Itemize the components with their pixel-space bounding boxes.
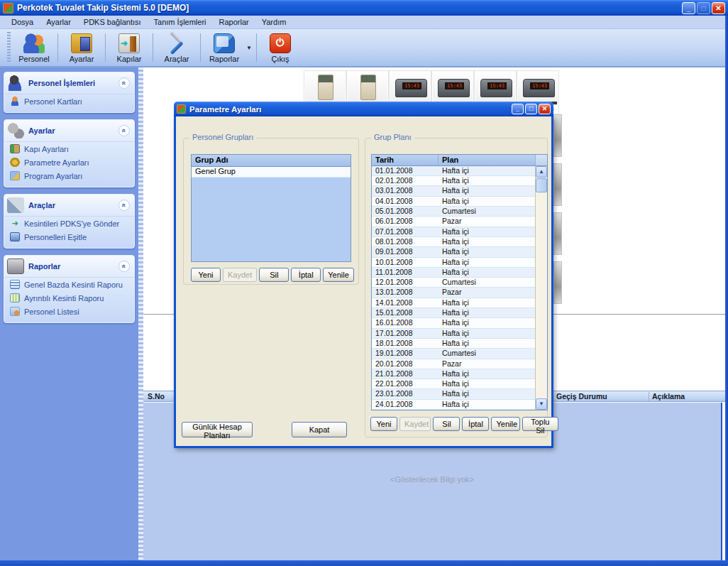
vertical-scrollbar[interactable]: ▲ ▼: [535, 166, 547, 410]
toolbar-raporlar-button[interactable]: Raporlar: [204, 29, 245, 66]
sidebar-item-program-ayarlari[interactable]: Program Ayarları: [4, 169, 134, 183]
plan-yenile-button[interactable]: Yenile: [491, 417, 519, 431]
led-clock: 15:43: [402, 82, 421, 89]
gruplar-sil-button[interactable]: Sil: [259, 268, 289, 282]
toolbar-personel-button[interactable]: Personel: [13, 29, 55, 66]
plan-yeni-button[interactable]: Yeni: [370, 417, 397, 431]
plan-row[interactable]: 04.01.2008Hafta içi: [372, 197, 535, 207]
toolbar-araclar-button[interactable]: Araçlar: [156, 29, 197, 66]
plan-toplu-sil-button[interactable]: Toplu Sil: [522, 417, 558, 431]
grup-row-genel-grup[interactable]: Genel Grup: [192, 167, 351, 178]
chevron-up-icon[interactable]: «: [118, 77, 130, 89]
dialog-minimize-button[interactable]: _: [512, 104, 524, 114]
section-header-ayarlar[interactable]: Ayarlar «: [4, 120, 134, 142]
sidebar-item-personel-kartlari[interactable]: Personel Kartları: [4, 94, 134, 108]
plan-row[interactable]: 14.01.2008Hafta içi: [372, 298, 535, 308]
scroll-down-icon[interactable]: ▼: [536, 398, 547, 410]
sidebar-item-parametre-ayarlari[interactable]: Parametre Ayarları: [4, 156, 134, 169]
sidebar: Personel İşlemleri « Personel Kartları A…: [0, 67, 138, 560]
plan-row[interactable]: 01.01.2008Hafta içi: [372, 166, 535, 176]
gruplar-yenile-button[interactable]: Yenile: [323, 268, 354, 282]
menu-tanim-islemleri[interactable]: Tanım İşlemleri: [148, 16, 212, 28]
tools-header-icon: [7, 197, 24, 213]
scroll-up-icon[interactable]: ▲: [536, 166, 547, 178]
scrollbar-thumb[interactable]: [536, 178, 547, 192]
plan-row[interactable]: 09.01.2008Hafta içi: [372, 247, 535, 257]
person-header-icon: [7, 75, 24, 91]
sidebar-item-kapi-ayarlari[interactable]: Kapı Ayarları: [4, 142, 134, 156]
plan-row[interactable]: 24.01.2008Hafta içi: [372, 400, 535, 410]
plan-row[interactable]: 08.01.2008Hafta içi: [372, 237, 535, 247]
sync-monitor-icon: [10, 232, 20, 241]
toolbar-cikis-button[interactable]: Çıkış: [260, 29, 301, 66]
toolbar-ayarlar-button[interactable]: Ayarlar: [61, 29, 102, 66]
plan-row[interactable]: 20.01.2008Pazar: [372, 359, 535, 369]
sidebar-section-araclar: Araçlar « Kesintileri PDKS'ye Gönder Per…: [4, 194, 135, 249]
dialog-titlebar[interactable]: Parametre Ayarları _ □ ✕: [174, 102, 553, 116]
sidebar-splitter[interactable]: [138, 67, 143, 560]
plan-row[interactable]: 16.01.2008Hafta içi: [372, 318, 535, 328]
sidebar-item-personel-listesi[interactable]: Personel Listesi: [4, 305, 134, 318]
menu-yardim[interactable]: Yardım: [256, 16, 292, 28]
section-header-araclar[interactable]: Araçlar «: [4, 195, 134, 217]
plan-row[interactable]: 10.01.2008Hafta içi: [372, 258, 535, 268]
plan-row[interactable]: 15.01.2008Hafta içi: [372, 308, 535, 318]
toolbar-kapilar-button[interactable]: Kapılar: [109, 29, 150, 66]
plan-row[interactable]: 21.01.2008Hafta içi: [372, 369, 535, 379]
chevron-up-icon[interactable]: «: [118, 261, 130, 272]
grup-plani-groupbox: Grup Planı Tarih Plan 01.01.2008Hafta iç…: [365, 138, 548, 437]
plan-iptal-button[interactable]: İptal: [462, 417, 489, 431]
plan-kaydet-button[interactable]: Kaydet: [399, 417, 431, 431]
app-icon: [3, 3, 13, 13]
maximize-button[interactable]: □: [697, 2, 710, 14]
gruplar-kaydet-button[interactable]: Kaydet: [223, 268, 257, 282]
sidebar-item-ayrintili-kesinti-raporu[interactable]: Ayrıntılı Kesinti Raporu: [4, 291, 134, 305]
sidebar-item-kesintileri-pdksye-gonder[interactable]: Kesintileri PDKS'ye Gönder: [4, 217, 134, 230]
program-settings-icon: [10, 171, 20, 180]
plan-row[interactable]: 13.01.2008Pazar: [372, 288, 535, 298]
minimize-button[interactable]: _: [682, 2, 695, 14]
chevron-up-icon[interactable]: «: [118, 200, 130, 211]
sidebar-item-personelleri-esitle[interactable]: Personelleri Eşitle: [4, 230, 134, 244]
plan-row[interactable]: 11.01.2008Hafta içi: [372, 268, 535, 278]
table-report-icon: [10, 293, 20, 303]
door-settings-icon: [10, 144, 20, 153]
plan-row[interactable]: 07.01.2008Hafta içi: [372, 227, 535, 237]
plan-row[interactable]: 03.01.2008Hafta içi: [372, 186, 535, 196]
kapat-button[interactable]: Kapat: [292, 422, 347, 437]
section-header-personel-islemleri[interactable]: Personel İşlemleri «: [4, 72, 134, 94]
plan-row[interactable]: 18.01.2008Hafta içi: [372, 339, 535, 349]
raporlar-dropdown-arrow-icon[interactable]: ▼: [246, 45, 252, 51]
section-header-raporlar[interactable]: Raporlar «: [4, 256, 134, 278]
dialog-maximize-button[interactable]: □: [525, 104, 537, 114]
no-data-message: <Gösterilecek Bilgi yok>: [143, 475, 721, 484]
grup-plani-table: Tarih Plan 01.01.2008Hafta içi02.01.2008…: [371, 154, 548, 410]
sidebar-item-genel-bazda-kesinti-raporu[interactable]: Genel Bazda Kesinti Raporu: [4, 278, 134, 291]
person-card-icon: [10, 97, 20, 106]
plan-row[interactable]: 12.01.2008Cumartesi: [372, 278, 535, 288]
plan-row[interactable]: 06.01.2008Pazar: [372, 217, 535, 227]
menu-ayarlar[interactable]: Ayarlar: [40, 16, 77, 28]
gruplar-iptal-button[interactable]: İptal: [291, 268, 321, 282]
plan-row[interactable]: 02.01.2008Hafta içi: [372, 176, 535, 186]
plan-sil-button[interactable]: Sil: [433, 417, 460, 431]
device-banner-fragment: [553, 114, 562, 315]
chevron-up-icon[interactable]: «: [118, 125, 130, 136]
plan-row[interactable]: 19.01.2008Cumartesi: [372, 349, 535, 359]
terminal-device-icon: 15:43: [523, 79, 555, 97]
close-button[interactable]: ✕: [712, 2, 725, 14]
plan-row[interactable]: 05.01.2008Cumartesi: [372, 207, 535, 217]
menu-raporlar[interactable]: Raporlar: [214, 16, 255, 28]
dialog-close-button[interactable]: ✕: [539, 104, 551, 114]
personel-gruplari-groupbox: Personel Grupları Grup Adı Genel Grup Ye…: [183, 138, 359, 285]
menu-dosya[interactable]: Dosya: [6, 16, 39, 28]
toolbar-grip: [7, 32, 11, 63]
gunluk-hesap-planlari-button[interactable]: Günlük Hesap Planları: [182, 422, 253, 437]
toolbar-separator: [200, 33, 201, 62]
plan-row[interactable]: 23.01.2008Hafta içi: [372, 389, 535, 399]
plan-row[interactable]: 17.01.2008Hafta içi: [372, 329, 535, 339]
groupbox-title: Personel Grupları: [189, 133, 256, 141]
plan-row[interactable]: 22.01.2008Hafta içi: [372, 379, 535, 389]
menu-pdks-baglantisi[interactable]: PDKS bağlantısı: [78, 16, 147, 28]
gruplar-yeni-button[interactable]: Yeni: [191, 268, 221, 282]
